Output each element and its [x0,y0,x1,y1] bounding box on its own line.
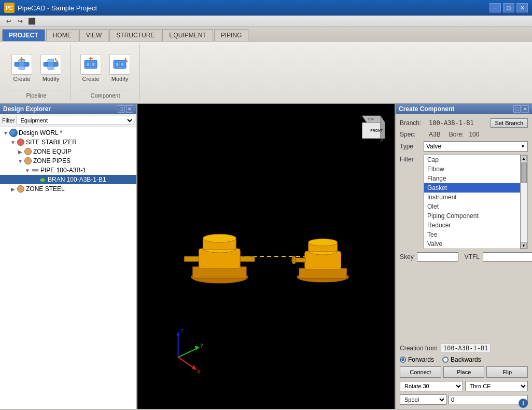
tree-item-site-stabilizer[interactable]: ▼ SITE STABILIZER [0,138,136,147]
vtfl-label: VTFL [465,253,480,261]
flip-button[interactable]: Flip [486,366,528,378]
filter-bar: Filter Equipment [0,114,136,127]
cc-restore-button[interactable]: □ [513,105,521,113]
cc-header-controls: □ ✕ [513,105,529,113]
tab-home[interactable]: HOME [46,29,78,41]
forwards-radio-circle [400,357,406,363]
tree-arrow-pipe: ▼ [24,168,31,173]
branch-value: 100-A3B-1-B1 [429,119,487,127]
right-equipment [292,239,349,282]
skey-input[interactable] [417,252,458,262]
thro-select[interactable]: Thro CE [465,381,528,391]
type-option-olet[interactable]: Olet [424,202,520,211]
panel-restore-button[interactable]: □ [118,105,125,113]
type-dropdown-trigger[interactable]: Valve ▼ [424,141,528,152]
bran-100-label: BRAN 100-A3B-1-B1 [48,176,106,183]
svg-rect-10 [92,62,95,66]
backwards-radio[interactable]: Backwards [442,356,481,363]
backwards-radio-label: Backwards [451,356,481,363]
maximize-button[interactable]: □ [503,3,514,12]
svg-rect-34 [240,256,255,262]
tree-item-zone-equip[interactable]: ▶ ZONE EQUIP [0,147,136,156]
type-option-tee[interactable]: Tee [424,230,520,239]
tab-piping[interactable]: PIPING [214,29,249,41]
set-branch-button[interactable]: Set Branch [491,118,528,128]
svg-line-49 [178,357,195,368]
panel-close-button[interactable]: ✕ [126,105,133,113]
zone-pipes-icon [24,157,32,165]
tree-item-bran-100[interactable]: BRAN 100-A3B-1-B1 [0,175,136,184]
info-button[interactable]: i [519,399,528,408]
type-option-cap[interactable]: Cap [424,155,520,165]
tree-item-design-worl[interactable]: ▼ Design WORL * [0,128,136,138]
type-option-valve[interactable]: Valve [424,239,520,249]
svg-text:Z: Z [180,328,184,334]
skey-vtfl-row: Skey VTFL [400,252,528,262]
vtfl-input[interactable] [483,252,532,262]
title-bar-controls: ─ □ ✕ [489,3,528,12]
tree-item-pipe-100[interactable]: ▼ PIPE 100-A3B-1 [0,166,136,175]
pipe-icon [31,166,39,174]
tab-equipment[interactable]: EQUIPMENT [162,29,213,41]
forwards-radio[interactable]: Forwards [400,356,434,363]
scroll-down-button[interactable]: ▼ [521,242,527,249]
tree-item-zone-steel[interactable]: ▶ ZONE STEEL [0,184,136,194]
svg-rect-15 [121,62,124,66]
branch-row: Branch: 100-A3B-1-B1 Set Branch [400,118,528,128]
rotate-select[interactable]: Rotate 30 [400,381,463,391]
svg-line-7 [55,58,56,59]
type-dropdown-scrollbar[interactable]: ▲ ▼ [521,155,528,249]
svg-rect-18 [32,169,38,171]
tab-project[interactable]: PROJECT [2,29,45,41]
undo-button[interactable]: ↩ [4,17,13,26]
type-option-flange[interactable]: Flange [424,174,520,183]
viewport[interactable]: FRONT TOP ↗ [137,104,395,409]
close-button[interactable]: ✕ [516,3,528,12]
tree-item-zone-pipes[interactable]: ▼ ZONE PIPES [0,156,136,166]
pipeline-modify-label: Modify [43,76,59,82]
filter-label: Filter [2,117,15,124]
type-option-gasket[interactable]: Gasket [424,183,520,193]
pipeline-group-label: Pipeline [8,90,64,99]
svg-rect-33 [185,256,199,262]
type-list-container: Cap Elbow Flange Gasket Instrument Olet … [424,155,528,249]
type-option-instrument[interactable]: Instrument [424,193,520,202]
forwards-radio-label: Forwards [408,356,434,363]
svg-text:Y: Y [200,343,204,349]
redo-button[interactable]: ↪ [16,17,25,26]
title-bar: PC PipeCAD - Sample Project ─ □ ✕ [0,0,532,16]
svg-rect-36 [299,268,347,279]
scroll-up-button[interactable]: ▲ [521,155,527,161]
creation-from-row: Creation from 100-A3B-1-B1 [400,344,528,353]
svg-line-6 [55,59,58,62]
connect-button[interactable]: Connect [400,366,441,378]
bore-field-label: Bore: [449,131,464,138]
component-modify-button[interactable]: Modify [106,51,133,85]
pipe-100-label: PIPE 100-A3B-1 [40,167,86,174]
svg-rect-5 [48,59,54,70]
component-create-button[interactable]: Create [77,51,104,85]
type-field-label: Type [400,143,421,150]
type-option-elbow[interactable]: Elbow [424,165,520,174]
minimize-button[interactable]: ─ [489,3,501,12]
type-option-reducer[interactable]: Reducer [424,221,520,230]
spool-input[interactable] [449,395,528,404]
pipeline-create-button[interactable]: Create [8,51,35,85]
scroll-track [521,161,527,242]
action-buttons-row: Connect Place Flip [400,366,528,378]
cc-close-button[interactable]: ✕ [522,105,529,113]
zone-steel-icon [17,185,25,193]
tab-view[interactable]: VIEW [79,29,109,41]
tab-structure[interactable]: STRUCTURE [109,29,161,41]
pipeline-modify-icon [40,54,61,75]
quick-save-button[interactable]: ⬛ [27,17,36,26]
place-button[interactable]: Place [443,366,485,378]
filter-select[interactable]: Equipment [17,116,134,125]
scroll-thumb[interactable] [521,162,527,183]
pipeline-modify-button[interactable]: Modify [37,51,64,85]
type-option-piping-component[interactable]: Piping Component [424,211,520,221]
zone-equip-label: ZONE EQUIP [33,148,72,155]
svg-rect-9 [87,62,90,66]
type-dropdown-container: Valve ▼ [424,141,528,152]
spool-select[interactable]: Spool [400,394,446,405]
